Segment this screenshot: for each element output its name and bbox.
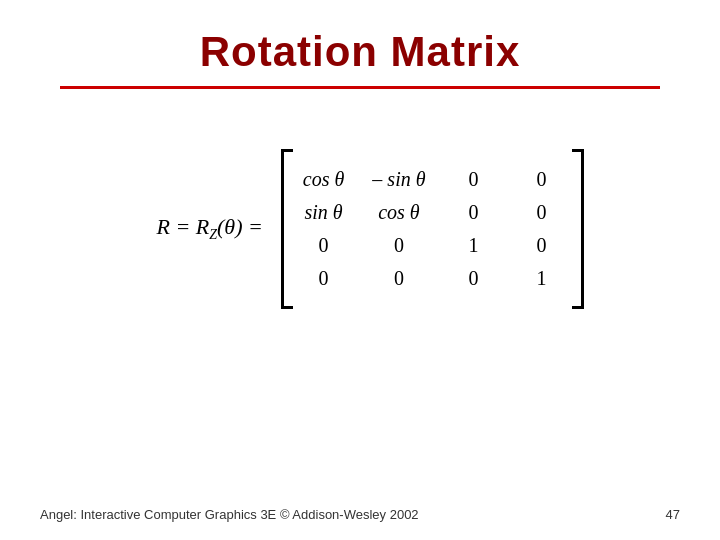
slide: Rotation Matrix R = RZ(θ) = cos θ – sin … <box>0 0 720 540</box>
matrix-wrapper: cos θ – sin θ 0 0 sin θ cos θ 0 0 0 0 1 … <box>281 149 584 309</box>
cell-2-3: 0 <box>522 234 562 257</box>
divider <box>60 86 660 89</box>
cell-2-1: 0 <box>372 234 425 257</box>
cell-1-0: sin θ <box>303 201 344 224</box>
bracket-right <box>572 149 584 309</box>
cell-1-2: 0 <box>454 201 494 224</box>
bracket-left <box>281 149 293 309</box>
page-number: 47 <box>666 507 680 522</box>
footer-credit: Angel: Interactive Computer Graphics 3E … <box>40 507 419 522</box>
cell-3-1: 0 <box>372 267 425 290</box>
cell-0-3: 0 <box>522 168 562 191</box>
equation-label: R = RZ(θ) = <box>156 214 262 243</box>
cell-3-3: 1 <box>522 267 562 290</box>
subscript: Z <box>209 228 217 243</box>
cell-1-3: 0 <box>522 201 562 224</box>
cell-1-1: cos θ <box>372 201 425 224</box>
cell-2-2: 1 <box>454 234 494 257</box>
matrix-grid: cos θ – sin θ 0 0 sin θ cos θ 0 0 0 0 1 … <box>303 168 562 290</box>
cell-3-2: 0 <box>454 267 494 290</box>
cell-0-0: cos θ <box>303 168 344 191</box>
cell-0-1: – sin θ <box>372 168 425 191</box>
slide-title: Rotation Matrix <box>40 28 680 76</box>
title-section: Rotation Matrix <box>40 0 680 89</box>
cell-3-0: 0 <box>303 267 344 290</box>
cell-0-2: 0 <box>454 168 494 191</box>
content-area: R = RZ(θ) = cos θ – sin θ 0 0 sin θ cos … <box>40 149 680 309</box>
footer: Angel: Interactive Computer Graphics 3E … <box>40 507 680 522</box>
cell-2-0: 0 <box>303 234 344 257</box>
